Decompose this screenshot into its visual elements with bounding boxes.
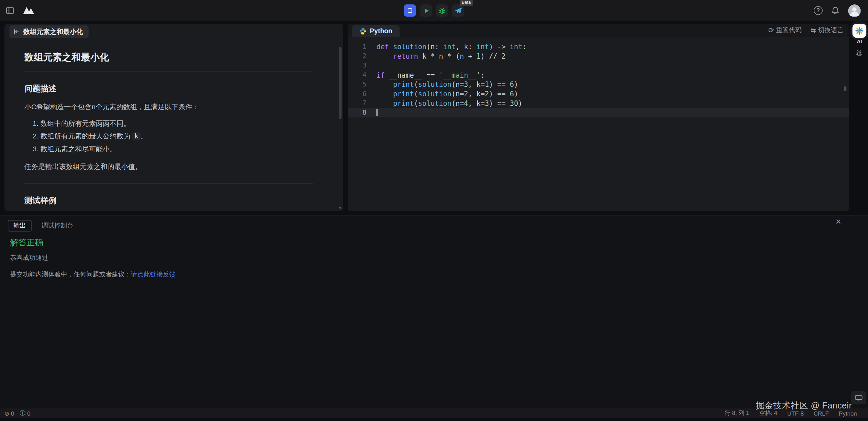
bug-report-icon [855, 49, 864, 58]
tab-python-label: Python [370, 27, 392, 35]
code-line[interactable]: 1def solution(n: int, k: int) -> int: [348, 42, 849, 52]
debug-button[interactable] [436, 4, 448, 17]
statusbar: ⊘ 0 ⓘ 0 行 8, 列 1 空格: 4 UTF-8 CRLF Python [0, 408, 868, 418]
code-line[interactable]: 8 [348, 108, 849, 117]
reset-code-button[interactable]: ⟳ 重置代码 [768, 26, 802, 34]
bug-report-button[interactable] [855, 49, 864, 60]
inline-code: k [132, 132, 140, 140]
cursor-position[interactable]: 行 8, 列 1 [725, 409, 749, 417]
line-number: 8 [348, 108, 366, 117]
watermark: 掘金技术社区 @ Fanceir [756, 400, 852, 412]
editor-tabbar: Python ⟳ 重置代码 ⇆ 切换语言 [348, 24, 849, 37]
stop-button[interactable] [404, 4, 416, 17]
mountain-logo-icon [23, 6, 36, 15]
back-arrow-icon [13, 28, 20, 35]
section-test-samples: 测试样例 [24, 195, 313, 206]
notifications-button[interactable] [831, 6, 840, 15]
feedback-text: 提交功能内测体验中，任何问题或者建议： [10, 271, 131, 278]
problem-content: 数组元素之和最小化 问题描述 小C希望构造一个包含n个元素的数组，且满足以下条件… [4, 38, 343, 211]
close-console-button[interactable]: ✕ [835, 218, 842, 225]
ai-sparkle-icon [855, 26, 863, 35]
code-editor[interactable]: 1def solution(n: int, k: int) -> int:2 r… [348, 37, 849, 211]
problem-list: 数组中的所有元素两两不同。数组所有元素的最大公约数为 k。数组元素之和尽可能小。 [24, 118, 313, 154]
tab-debug-console[interactable]: 调试控制台 [41, 222, 73, 230]
beta-badge: Beta [460, 0, 473, 6]
tab-output[interactable]: 输出 [8, 220, 32, 231]
paper-plane-icon [454, 6, 462, 15]
ai-card [852, 24, 866, 38]
marscode-logo[interactable] [23, 6, 36, 15]
question-icon: ? [816, 8, 820, 13]
line-number: 2 [348, 52, 366, 61]
info-icon: ⓘ [20, 409, 25, 417]
run-button[interactable] [420, 4, 432, 17]
code-line[interactable]: 7 print(solution(n=4, k=3) == 30) [348, 99, 849, 108]
sidebar-toggle-icon [5, 6, 14, 15]
problem-tab-title: 数组元素之和最小化 [23, 27, 83, 36]
problem-tab[interactable]: 数组元素之和最小化 [9, 25, 89, 38]
warning-count: 0 [27, 410, 31, 417]
problem-title: 数组元素之和最小化 [24, 51, 313, 72]
scroll-down-arrow[interactable]: ▼ [338, 206, 342, 210]
swap-icon: ⇆ [810, 27, 816, 34]
line-number: 1 [348, 42, 366, 52]
python-icon [359, 27, 366, 35]
problem-panel: 数组元素之和最小化 数组元素之和最小化 问题描述 小C希望构造一个包含n个元素的… [4, 24, 343, 211]
overview-ruler-mark [844, 87, 847, 91]
submit-button[interactable] [452, 4, 464, 17]
ai-assistant-button[interactable]: AI [852, 24, 867, 44]
play-icon [422, 7, 429, 14]
run-controls: Beta [404, 4, 464, 17]
monitor-icon [854, 394, 863, 402]
code-line[interactable]: 3 [348, 61, 849, 71]
bell-icon [831, 6, 840, 15]
result-subtitle: 恭喜成功通过 [10, 254, 858, 262]
section-problem-description: 问题描述 [24, 84, 313, 94]
code-line[interactable]: 2 return k * n * (n + 1) // 2 [348, 52, 849, 61]
help-button[interactable]: ? [814, 6, 823, 15]
statusbar-left: ⊘ 0 ⓘ 0 [4, 409, 31, 417]
user-icon [848, 4, 861, 17]
line-number: 6 [348, 89, 366, 99]
feedback-link[interactable]: 请点此链接反馈 [131, 271, 175, 278]
switch-language-button[interactable]: ⇆ 切换语言 [810, 26, 844, 34]
problem-panel-header: 数组元素之和最小化 [4, 24, 343, 38]
back-button[interactable] [13, 28, 20, 35]
line-number: 5 [348, 80, 366, 89]
tab-python[interactable]: Python [352, 25, 400, 37]
console-content: 解答正确 恭喜成功通过 提交功能内测体验中，任何问题或者建议：请点此链接反馈 [0, 232, 868, 279]
editor-actions: ⟳ 重置代码 ⇆ 切换语言 [768, 26, 844, 34]
reset-code-label: 重置代码 [776, 26, 802, 34]
problems-errors[interactable]: ⊘ 0 [4, 410, 14, 417]
marscode-app: Beta ? 数组元素之和最小化 数组元素之和最小化 问题描述 [0, 0, 868, 421]
result-title: 解答正确 [10, 238, 858, 248]
console-panel: 输出 调试控制台 ✕ 解答正确 恭喜成功通过 提交功能内测体验中，任何问题或者建… [0, 215, 868, 408]
list-item: 数组中的所有元素两两不同。 [40, 118, 313, 129]
list-item: 数组所有元素的最大公约数为 k。 [40, 131, 313, 141]
line-number: 3 [348, 61, 366, 71]
problem-task-text: 任务是输出该数组元素之和的最小值。 [24, 162, 313, 172]
avatar[interactable] [848, 4, 861, 17]
monitor-button[interactable] [851, 391, 866, 404]
problems-warnings[interactable]: ⓘ 0 [20, 409, 31, 417]
code-line[interactable]: 6 print(solution(n=2, k=2) == 6) [348, 89, 849, 99]
submit-wrap: Beta [452, 4, 464, 17]
ai-label: AI [852, 39, 867, 44]
line-number: 7 [348, 99, 366, 108]
code-line[interactable]: 4if __name__ == '__main__': [348, 70, 849, 80]
sidebar-toggle-button[interactable] [5, 6, 14, 15]
text-cursor [377, 109, 377, 116]
list-item: 数组元素之和尽可能小。 [40, 144, 313, 154]
scrollbar-thumb[interactable] [339, 47, 342, 119]
editor-panel: Python ⟳ 重置代码 ⇆ 切换语言 1def solution(n: in… [348, 24, 849, 211]
error-count: 0 [11, 410, 14, 417]
code-line[interactable]: 5 print(solution(n=3, k=1) == 6) [348, 80, 849, 89]
console-tabs: 输出 调试控制台 ✕ [0, 215, 868, 231]
divider [24, 183, 313, 184]
feedback-row: 提交功能内测体验中，任何问题或者建议：请点此链接反馈 [10, 270, 858, 279]
topbar: Beta ? [0, 0, 868, 21]
refresh-icon: ⟳ [768, 27, 774, 34]
problem-description-text: 小C希望构造一个包含n个元素的数组，且满足以下条件： [24, 102, 313, 112]
topbar-left [0, 6, 35, 15]
topbar-right: ? [814, 4, 868, 17]
